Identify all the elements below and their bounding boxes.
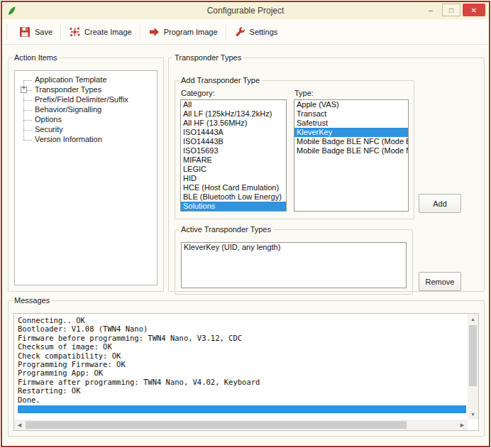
window-controls: – □ ✕ [421, 4, 485, 16]
log-selected-line[interactable] [18, 405, 466, 413]
tree-item[interactable]: Transponder Types [21, 85, 154, 95]
category-option[interactable]: All HF (13.56MHz) [181, 119, 286, 128]
scroll-left-icon[interactable]: ◀ [14, 420, 25, 430]
category-option-label: Solutions [183, 202, 215, 210]
type-option-label: Apple (VAS) [297, 100, 339, 109]
active-transponder-item-label: KleverKey (UID, any length) [184, 243, 280, 251]
type-option[interactable]: Safetrust [294, 119, 408, 128]
type-option[interactable]: Mobile Badge BLE NFC (Mode BLE) [294, 137, 408, 146]
tree-item-label: Transponder Types [35, 85, 101, 94]
save-icon [19, 26, 31, 38]
close-button[interactable]: ✕ [463, 4, 485, 16]
category-option[interactable]: MIFARE [181, 155, 286, 165]
log-line[interactable]: Check compatibility: OK [18, 351, 466, 360]
type-option-label: Safetrust [297, 119, 328, 127]
create-image-label: Create Image [84, 28, 132, 36]
scroll-up-icon[interactable]: ▲ [468, 314, 478, 324]
tree-item-label: Options [35, 115, 62, 124]
toolbar: Save Create Image Program Image Settings [2, 19, 489, 45]
toolbar-separator [60, 24, 61, 40]
settings-button[interactable]: Settings [228, 23, 285, 41]
create-image-button[interactable]: Create Image [62, 23, 138, 41]
category-option[interactable]: ISO15693 [181, 146, 286, 155]
type-option-label: Transact [297, 109, 326, 118]
category-option-label: ISO14443B [183, 137, 224, 146]
active-transponder-group: Active Transponder Types KleverKey (UID,… [175, 225, 413, 295]
category-option[interactable]: ISO14443B [181, 137, 286, 146]
scroll-down-icon[interactable]: ▼ [468, 409, 478, 420]
vertical-scrollbar[interactable]: ▲ ▼ [468, 314, 478, 420]
category-option[interactable]: All [181, 100, 286, 109]
remove-button[interactable]: Remove [419, 272, 461, 291]
messages-title: Messages [12, 296, 52, 305]
log-line[interactable]: Done. [18, 395, 466, 404]
log-line[interactable]: Bootloader: V1.08 (TWN4 Nano) [18, 324, 466, 333]
type-column: Type: Apple (VAS) Transact Safetrust Kle… [294, 87, 409, 212]
category-listbox[interactable]: All All LF (125kHz/134.2kHz) All HF (13.… [180, 99, 287, 212]
tree-item[interactable]: Options [21, 115, 154, 125]
type-option-label: Mobile Badge BLE NFC (Mode BLE) [297, 137, 409, 146]
horizontal-scrollbar[interactable]: ◀ ▶ [14, 420, 468, 430]
tree-item-label: Behavior/Signalling [35, 105, 101, 114]
type-option[interactable]: Mobile Badge BLE NFC (Mode NFC) [294, 146, 408, 155]
tree-item-label: Version Information [35, 135, 102, 143]
type-listbox[interactable]: Apple (VAS) Transact Safetrust KleverKey… [294, 99, 409, 212]
messages-log-panel: Connecting.. OK Bootloader: V1.08 (TWN4 … [13, 313, 479, 431]
horizontal-scroll-thumb[interactable] [26, 421, 407, 429]
type-label: Type: [294, 89, 409, 97]
add-transponder-group: Add Transponder Type Category: All All L… [175, 76, 414, 219]
tree-item-label: Prefix/Field Delimiter/Suffix [35, 95, 128, 104]
category-option[interactable]: BLE (Bluetooth Low Energy) [181, 192, 286, 202]
category-option[interactable]: HID [181, 174, 286, 183]
messages-group: Messages Connecting.. OK Bootloader: V1.… [8, 296, 485, 437]
category-option[interactable]: HCE (Host Card Emulation) [181, 183, 286, 192]
category-option-label: All [183, 100, 192, 109]
expand-icon[interactable] [21, 87, 27, 93]
category-option-label: ISO14443A [183, 128, 224, 136]
window-title: Configurable Project [2, 6, 489, 16]
tree-item[interactable]: Version Information [21, 135, 154, 145]
program-image-label: Program Image [164, 28, 218, 36]
title-bar[interactable]: Configurable Project – □ ✕ [2, 2, 489, 19]
minimize-button[interactable]: – [421, 4, 440, 16]
category-option-label: LEGIC [183, 165, 206, 173]
type-option-label: Mobile Badge BLE NFC (Mode NFC) [297, 146, 409, 155]
tree-item[interactable]: Security [21, 125, 154, 135]
messages-log: Connecting.. OK Bootloader: V1.08 (TWN4 … [18, 316, 466, 418]
log-line[interactable]: Programming App: OK [18, 368, 466, 377]
log-line[interactable]: Connecting.. OK [18, 316, 466, 324]
tree-item[interactable]: Application Template [21, 75, 154, 85]
category-option[interactable]: ISO14443A [181, 128, 286, 137]
tree-item[interactable]: Prefix/Field Delimiter/Suffix [21, 95, 154, 105]
scroll-right-icon[interactable]: ▶ [457, 420, 468, 430]
type-option[interactable]: Transact [294, 109, 408, 119]
category-option-label: MIFARE [183, 155, 212, 164]
log-line[interactable]: Restarting: OK [18, 386, 466, 395]
toolbar-grip [6, 24, 9, 40]
program-image-button[interactable]: Program Image [142, 23, 224, 41]
tree-item-label: Application Template [35, 75, 106, 84]
settings-icon [234, 26, 246, 38]
maximize-button[interactable]: □ [442, 4, 460, 16]
tree-item-label: Security [35, 125, 63, 133]
transponder-types-group: Transponder Types Add Transponder Type C… [168, 53, 485, 292]
type-option[interactable]: Apple (VAS) [294, 100, 408, 109]
category-option-label: BLE (Bluetooth Low Energy) [183, 192, 282, 201]
tree-item[interactable]: Behavior/Signalling [21, 105, 154, 115]
type-option[interactable]: KleverKey [294, 128, 408, 137]
active-transponder-item[interactable]: KleverKey (UID, any length) [182, 243, 406, 252]
log-line[interactable]: Firmware before programming: TWN4 Nano, … [18, 334, 466, 342]
save-label: Save [35, 28, 53, 36]
vertical-scroll-thumb[interactable] [469, 325, 477, 386]
log-line[interactable]: Checksum of image: OK [18, 342, 466, 351]
category-option[interactable]: LEGIC [181, 165, 286, 174]
save-button[interactable]: Save [13, 23, 59, 41]
log-line-list: Connecting.. OK Bootloader: V1.08 (TWN4 … [18, 316, 466, 404]
active-transponder-listbox[interactable]: KleverKey (UID, any length) [181, 242, 407, 288]
add-button[interactable]: Add [419, 194, 461, 213]
category-option[interactable]: All LF (125kHz/134.2kHz) [181, 109, 286, 119]
log-line[interactable]: Firmware after programming: TWN4 Nano, V… [18, 378, 466, 386]
log-line[interactable]: Programming Firmware: OK [18, 360, 466, 368]
category-option[interactable]: Solutions [181, 202, 286, 211]
settings-label: Settings [250, 28, 278, 36]
